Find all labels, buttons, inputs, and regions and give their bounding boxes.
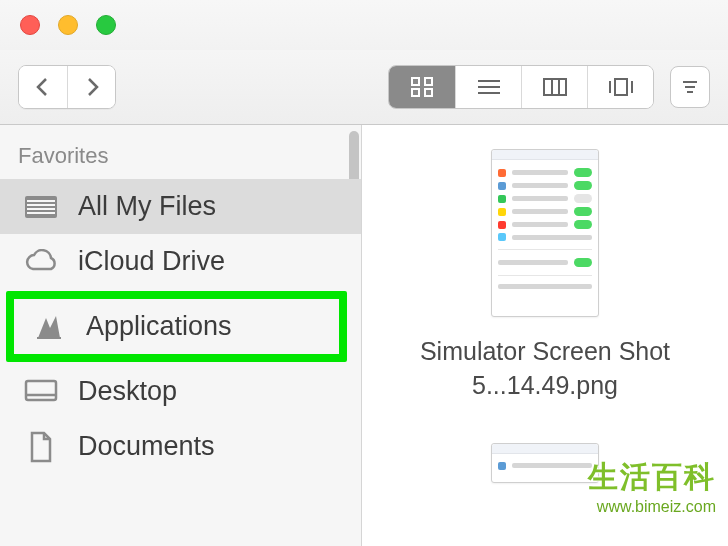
svg-rect-21 xyxy=(26,381,56,400)
sidebar-item-label: iCloud Drive xyxy=(78,246,225,277)
file-thumbnail[interactable] xyxy=(491,443,599,483)
maximize-icon[interactable] xyxy=(96,15,116,35)
column-view-button[interactable] xyxy=(521,66,587,108)
view-mode-group xyxy=(388,65,654,109)
favorites-header: Favorites xyxy=(0,137,361,179)
svg-rect-7 xyxy=(544,79,566,95)
sidebar: Favorites All My Files iCloud Drive Appl… xyxy=(0,125,362,546)
sidebar-item-label: Documents xyxy=(78,431,215,462)
coverflow-view-button[interactable] xyxy=(587,66,653,108)
nav-group xyxy=(18,65,116,109)
minimize-icon[interactable] xyxy=(58,15,78,35)
list-view-button[interactable] xyxy=(455,66,521,108)
svg-rect-0 xyxy=(412,78,419,85)
svg-rect-17 xyxy=(27,200,55,202)
forward-button[interactable] xyxy=(67,66,115,108)
window-titlebar xyxy=(0,0,728,50)
svg-rect-20 xyxy=(27,212,55,214)
sidebar-item-label: Desktop xyxy=(78,376,177,407)
icon-view-button[interactable] xyxy=(389,66,455,108)
sidebar-item-label: Applications xyxy=(86,311,232,342)
sidebar-item-desktop[interactable]: Desktop xyxy=(0,364,361,419)
svg-rect-19 xyxy=(27,208,55,210)
back-button[interactable] xyxy=(19,66,67,108)
content-area: Simulator Screen Shot 5...14.49.png xyxy=(362,125,728,546)
cloud-icon xyxy=(22,243,60,281)
svg-rect-3 xyxy=(425,89,432,96)
svg-rect-1 xyxy=(425,78,432,85)
desktop-icon xyxy=(22,373,60,411)
file-thumbnail[interactable] xyxy=(491,149,599,317)
sidebar-item-icloud-drive[interactable]: iCloud Drive xyxy=(0,234,361,289)
toolbar xyxy=(0,50,728,125)
body-area: Favorites All My Files iCloud Drive Appl… xyxy=(0,125,728,546)
close-icon[interactable] xyxy=(20,15,40,35)
sidebar-item-applications[interactable]: Applications xyxy=(14,299,339,354)
applications-highlight: Applications xyxy=(6,291,347,362)
svg-rect-18 xyxy=(27,204,55,206)
svg-rect-16 xyxy=(25,196,57,218)
sidebar-item-label: All My Files xyxy=(78,191,216,222)
sidebar-item-all-my-files[interactable]: All My Files xyxy=(0,179,361,234)
sidebar-item-documents[interactable]: Documents xyxy=(0,419,361,474)
svg-rect-12 xyxy=(615,79,627,95)
arrange-button[interactable] xyxy=(670,66,710,108)
all-my-files-icon xyxy=(22,188,60,226)
documents-icon xyxy=(22,428,60,466)
svg-rect-2 xyxy=(412,89,419,96)
file-name-label[interactable]: Simulator Screen Shot 5...14.49.png xyxy=(415,335,675,403)
applications-icon xyxy=(30,308,68,346)
